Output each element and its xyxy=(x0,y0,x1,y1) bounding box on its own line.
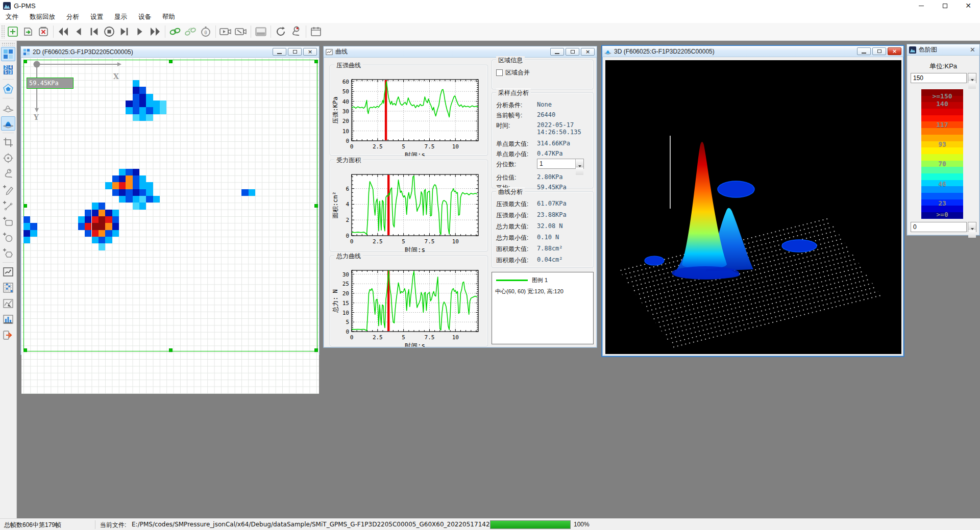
sidebar-item-3d-mesh-view[interactable] xyxy=(1,100,15,115)
window-2d-close-button[interactable]: × xyxy=(303,48,317,56)
selection-handle[interactable] xyxy=(314,60,318,63)
calendar-button[interactable] xyxy=(308,24,324,39)
window-2d-titlebar[interactable]: 2D (F606025:G-F1P3D2205C00005) × xyxy=(21,46,319,58)
selection-handle[interactable] xyxy=(169,348,173,352)
play-button[interactable] xyxy=(132,24,148,39)
selection-handle[interactable] xyxy=(314,204,318,208)
menu-item-0[interactable]: 文件 xyxy=(0,11,24,23)
region-merge-checkbox-row[interactable]: 区域合并 xyxy=(496,68,530,77)
toolbar-grip[interactable] xyxy=(1,25,5,38)
app-close-button[interactable]: ✕ xyxy=(957,0,980,11)
sidebar-item-histogram[interactable] xyxy=(1,312,15,326)
fast-forward-button[interactable] xyxy=(148,24,163,39)
window-3d-maximize-button[interactable] xyxy=(872,47,886,55)
window-colormap-close-button[interactable]: ✕ xyxy=(968,46,977,54)
pressure-curve-group: 压强曲线 02.557.5100102030405060时间:s压强:KPa xyxy=(330,65,488,156)
selection-handle[interactable] xyxy=(23,60,27,63)
timer-icon: 0 xyxy=(200,26,212,38)
sidebar-grip[interactable] xyxy=(2,42,15,45)
step-back-button[interactable] xyxy=(71,24,86,39)
colormap-min-input[interactable]: 0 xyxy=(911,222,967,232)
window-2d-maximize-button[interactable] xyxy=(288,48,302,56)
menu-item-5[interactable]: 设备 xyxy=(133,11,157,23)
pressure-cell xyxy=(126,100,132,107)
window-curves-maximize-button[interactable] xyxy=(566,48,579,56)
export-button[interactable] xyxy=(20,24,36,39)
colormap-min-spinner[interactable] xyxy=(968,222,976,232)
timer-button[interactable]: 0 xyxy=(198,24,213,39)
sidebar-item-region-view[interactable] xyxy=(1,82,15,96)
rewind-button[interactable] xyxy=(56,24,71,39)
colormap-max-spinner[interactable] xyxy=(968,73,976,83)
spin-down-button[interactable] xyxy=(968,230,976,238)
sidebar-item-2d-view[interactable] xyxy=(1,47,15,61)
window-curves-minimize-button[interactable] xyxy=(550,48,564,56)
delete-button[interactable] xyxy=(36,24,51,39)
sidebar-item-draw-circle[interactable] xyxy=(1,230,15,244)
window-2d-minimize-button[interactable] xyxy=(273,48,286,56)
quantile-spinbox[interactable]: 1 xyxy=(537,159,584,169)
app-restore-button[interactable] xyxy=(933,0,957,11)
pressure-cell xyxy=(85,223,91,230)
sidebar-item-draw-rect[interactable] xyxy=(1,214,15,229)
selection-handle[interactable] xyxy=(23,204,27,208)
sidebar-item-grid-data[interactable] xyxy=(1,281,15,295)
window-3d-titlebar[interactable]: 3D (F606025:G-F1P3D2205C00005) × xyxy=(602,46,903,57)
refresh-button[interactable] xyxy=(273,24,288,39)
app-minimize-button[interactable] xyxy=(910,0,933,11)
app-logo-icon xyxy=(3,2,11,10)
svg-text:面积:cm²: 面积:cm² xyxy=(332,192,339,219)
spin-down-button[interactable] xyxy=(576,167,583,175)
pressure-map-canvas[interactable]: X Y 59.45KPa xyxy=(21,58,319,394)
peak-base xyxy=(672,266,739,280)
skip-start-button[interactable] xyxy=(86,24,102,39)
target-icon xyxy=(3,153,14,164)
sidebar-item-3d-surface-view[interactable] xyxy=(1,116,15,131)
spin-down-button[interactable] xyxy=(968,81,976,89)
window-3d-minimize-button[interactable] xyxy=(857,47,871,55)
stop-button[interactable] xyxy=(102,24,117,39)
sidebar-item-draw-polygon[interactable] xyxy=(1,246,15,260)
colormap-max-input[interactable]: 150 xyxy=(911,73,967,83)
video-off-icon xyxy=(234,26,248,37)
menu-item-1[interactable]: 数据回放 xyxy=(24,11,61,23)
pressure-cell xyxy=(99,223,105,230)
sidebar-item-draw-freehand[interactable] xyxy=(1,183,15,197)
link-button[interactable] xyxy=(167,24,183,39)
surface-3d-canvas[interactable] xyxy=(605,60,901,354)
menu-item-4[interactable]: 显示 xyxy=(109,11,133,23)
skip-end-button[interactable] xyxy=(117,24,132,39)
video-play-button[interactable] xyxy=(218,24,233,39)
app-logo-icon xyxy=(909,46,916,54)
sidebar-item-draw-line[interactable] xyxy=(1,198,15,213)
total-force-chart[interactable]: 02.557.510051015202530时间:s总力: N xyxy=(330,256,487,346)
selection-handle[interactable] xyxy=(23,348,27,352)
selection-handle[interactable] xyxy=(314,348,318,352)
menu-item-2[interactable]: 分析 xyxy=(61,11,85,23)
sidebar-item-number-view[interactable]: 2453 xyxy=(1,63,15,77)
add-button[interactable] xyxy=(5,24,20,39)
crop-icon xyxy=(3,137,14,148)
window-curves-close-button[interactable]: × xyxy=(581,48,595,56)
sidebar-item-target[interactable] xyxy=(1,151,15,165)
sidebar-item-report[interactable] xyxy=(1,296,15,311)
svg-text:7.5: 7.5 xyxy=(425,238,435,245)
menu-item-6[interactable]: 帮助 xyxy=(157,11,181,23)
sidebar-item-curve-window[interactable] xyxy=(1,265,15,279)
link-icon xyxy=(169,26,181,38)
record-route-button[interactable] xyxy=(288,24,304,39)
menu-item-3[interactable]: 设置 xyxy=(85,11,109,23)
pressure-curve-chart[interactable]: 02.557.5100102030405060时间:s压强:KPa xyxy=(330,65,487,155)
region-merge-checkbox[interactable] xyxy=(496,69,503,76)
selection-handle[interactable] xyxy=(169,60,173,63)
monitor-button[interactable] xyxy=(253,24,268,39)
pressure-cell xyxy=(126,175,132,182)
window-colormap-titlebar[interactable]: 色阶图 ✕ xyxy=(907,44,979,56)
sidebar-item-track[interactable] xyxy=(1,167,15,181)
force-area-chart[interactable]: 02.557.5100246时间:s面积:cm² xyxy=(330,160,487,251)
unlink-button[interactable] xyxy=(183,24,198,39)
window-3d-close-button[interactable]: × xyxy=(888,47,901,55)
sidebar-item-crop[interactable] xyxy=(1,135,15,149)
sidebar-item-exit[interactable] xyxy=(1,328,15,342)
video-off-button[interactable] xyxy=(233,24,249,39)
